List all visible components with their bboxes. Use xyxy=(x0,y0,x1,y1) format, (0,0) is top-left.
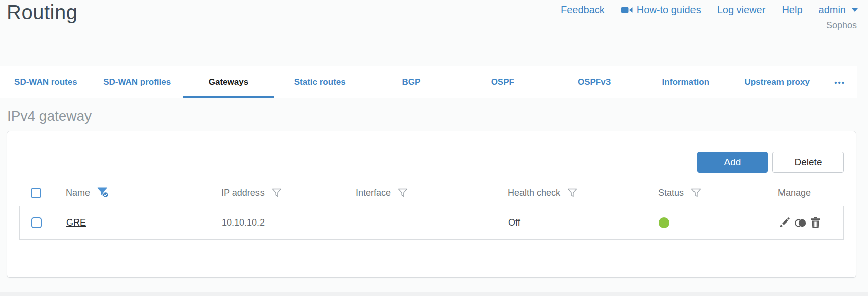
status-filter-button[interactable] xyxy=(691,188,701,198)
help-link[interactable]: Help xyxy=(782,4,802,16)
brand-label: Sophos xyxy=(826,20,857,31)
name-filter-button[interactable] xyxy=(97,187,110,198)
user-menu[interactable]: admin xyxy=(819,4,858,16)
page-title: Routing xyxy=(7,1,77,24)
add-button[interactable]: Add xyxy=(697,152,768,173)
tab-ospfv3[interactable]: OSPFv3 xyxy=(549,66,640,98)
edit-button[interactable] xyxy=(778,217,790,229)
video-camera-icon xyxy=(621,6,633,14)
delete-button[interactable]: Delete xyxy=(772,152,844,173)
caret-down-icon xyxy=(852,8,858,12)
health-check-cell: Off xyxy=(508,217,659,228)
funnel-icon xyxy=(567,188,577,198)
column-header-interface: Interface xyxy=(356,188,391,198)
funnel-check-icon xyxy=(97,187,110,198)
tab-sd-wan-routes[interactable]: SD-WAN routes xyxy=(0,66,92,98)
tab-upstream-proxy[interactable]: Upstream proxy xyxy=(731,66,823,98)
tab-gateways[interactable]: Gateways xyxy=(183,66,275,98)
funnel-icon xyxy=(398,188,408,198)
ip-address-cell: 10.10.10.2 xyxy=(222,217,356,228)
tab-information[interactable]: Information xyxy=(640,66,731,98)
topbar: Routing Feedback How-to guides Log viewe… xyxy=(0,0,868,66)
section-heading: IPv4 gateway xyxy=(7,108,868,124)
howto-guides-link[interactable]: How-to guides xyxy=(621,4,701,16)
pencil-icon xyxy=(778,217,790,229)
utility-nav: Feedback How-to guides Log viewer Help a… xyxy=(561,4,858,16)
delete-row-button[interactable] xyxy=(810,217,821,229)
log-viewer-link[interactable]: Log viewer xyxy=(717,4,766,16)
clone-button[interactable] xyxy=(794,217,807,229)
more-tabs-button[interactable]: ••• xyxy=(823,66,857,98)
viewport-bottom-strip xyxy=(0,292,868,296)
tab-ospf[interactable]: OSPF xyxy=(457,66,549,98)
tab-sd-wan-profiles[interactable]: SD-WAN profiles xyxy=(92,66,183,98)
health-check-filter-button[interactable] xyxy=(567,188,577,198)
column-header-health-check: Health check xyxy=(508,188,560,198)
table-header: Name IP address Interfac xyxy=(19,180,844,206)
howto-guides-label: How-to guides xyxy=(637,4,701,16)
column-header-name: Name xyxy=(66,188,90,198)
toolbar: Add Delete xyxy=(19,152,844,173)
tab-static-routes[interactable]: Static routes xyxy=(274,66,366,98)
clone-icon xyxy=(794,217,807,229)
funnel-icon xyxy=(272,188,282,198)
column-header-manage: Manage xyxy=(778,188,811,198)
column-header-ip-address: IP address xyxy=(221,188,265,198)
status-up-dot xyxy=(659,217,669,228)
trash-icon xyxy=(810,217,821,229)
feedback-link[interactable]: Feedback xyxy=(561,4,605,16)
ipv4-gateway-panel: Add Delete Name IP address xyxy=(7,131,856,278)
gateway-name-link[interactable]: GRE xyxy=(66,217,86,228)
user-name: admin xyxy=(819,4,846,16)
column-header-status: Status xyxy=(658,188,684,198)
interface-filter-button[interactable] xyxy=(398,188,408,198)
table-row: GRE 10.10.10.2 Off xyxy=(19,206,844,240)
select-all-checkbox[interactable] xyxy=(31,188,41,198)
tab-bgp[interactable]: BGP xyxy=(366,66,457,98)
tab-bar: SD-WAN routes SD-WAN profiles Gateways S… xyxy=(0,66,857,98)
row-checkbox[interactable] xyxy=(31,217,42,228)
ip-address-filter-button[interactable] xyxy=(272,188,282,198)
funnel-icon xyxy=(691,188,701,198)
content: IPv4 gateway Add Delete Name xyxy=(0,108,868,278)
